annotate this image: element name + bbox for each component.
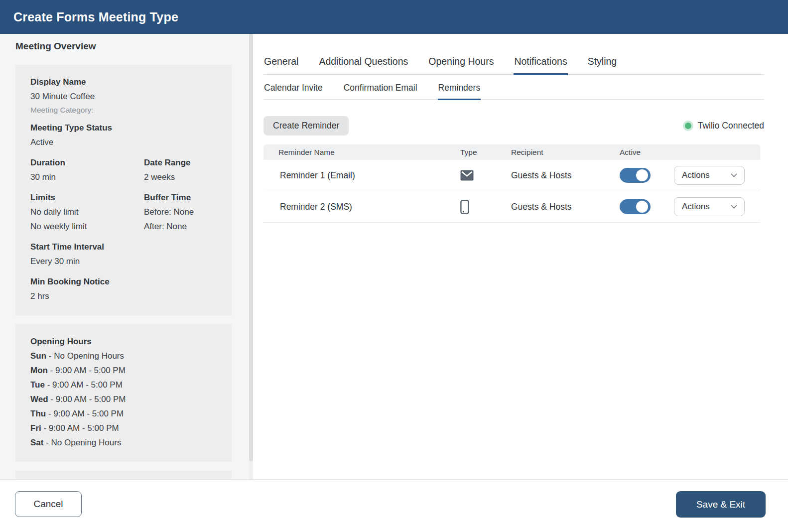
meeting-category-label: Meeting Category:	[30, 104, 218, 117]
tab-general[interactable]: General	[263, 56, 299, 74]
main-content: General Additional Questions Opening Hou…	[249, 34, 788, 479]
col-recipient: Recipient	[511, 148, 620, 157]
twilio-connected-dot-icon	[685, 123, 691, 129]
actions-dropdown[interactable]: Actions	[674, 197, 745, 216]
overview-card: Display Name 30 Minute Coffee Meeting Ca…	[15, 65, 232, 315]
twilio-status: Twilio Connected	[685, 121, 764, 131]
tab-opening-hours[interactable]: Opening Hours	[428, 56, 494, 74]
col-type: Type	[460, 148, 511, 157]
min-booking-notice-value: 2 hrs	[30, 289, 218, 303]
date-range-value: 2 weeks	[144, 170, 218, 184]
create-reminder-button[interactable]: Create Reminder	[263, 116, 349, 135]
opening-hours-sat: Sat - No Opening Hours	[30, 435, 218, 450]
notifications-subtab-bar: Calendar Invite Confirmation Email Remin…	[263, 83, 764, 100]
limits-label: Limits	[30, 190, 144, 205]
toggle-knob	[636, 201, 648, 213]
twilio-status-label: Twilio Connected	[698, 121, 764, 131]
page-title: Create Forms Meeting Type	[13, 10, 178, 24]
meeting-overview-sidebar: Meeting Overview Display Name 30 Minute …	[0, 34, 249, 479]
opening-hours-sun: Sun - No Opening Hours	[30, 349, 218, 363]
opening-hours-tue: Tue - 9:00 AM - 5:00 PM	[30, 378, 218, 392]
status-label: Meeting Type Status	[30, 121, 218, 135]
modal-header: Create Forms Meeting Type	[0, 0, 788, 34]
col-active: Active	[620, 148, 674, 157]
opening-hours-thu: Thu - 9:00 AM - 5:00 PM	[30, 406, 218, 421]
duration-label: Duration	[30, 155, 144, 170]
opening-hours-title: Opening Hours	[30, 334, 218, 349]
subtab-reminders[interactable]: Reminders	[438, 83, 481, 100]
modal-footer: Cancel Save & Exit	[0, 479, 788, 532]
sidebar-scrollbar	[249, 34, 253, 479]
chevron-down-icon	[731, 205, 737, 209]
tab-additional-questions[interactable]: Additional Questions	[318, 56, 408, 74]
active-toggle[interactable]	[620, 168, 651, 183]
display-name-value: 30 Minute Coffee	[30, 89, 218, 104]
subtab-calendar-invite[interactable]: Calendar Invite	[263, 83, 323, 99]
start-time-interval-label: Start Time Interval	[30, 240, 218, 254]
min-booking-notice-label: Min Booking Notice	[30, 274, 218, 289]
toggle-knob	[636, 169, 648, 181]
buffer-after: After: None	[144, 219, 218, 234]
table-row: Reminder 2 (SMS) Guests & Hosts Actions	[263, 191, 760, 223]
buffer-before: Before: None	[144, 205, 218, 219]
active-toggle[interactable]	[620, 199, 651, 214]
tab-styling[interactable]: Styling	[587, 56, 618, 74]
start-time-interval-value: Every 30 min	[30, 254, 218, 268]
buffer-time-label: Buffer Time	[144, 190, 218, 205]
col-reminder-name: Reminder Name	[263, 148, 460, 157]
chevron-down-icon	[731, 173, 737, 177]
sidebar-scrollbar-thumb[interactable]	[249, 34, 253, 461]
actions-dropdown[interactable]: Actions	[674, 166, 745, 185]
status-value: Active	[30, 135, 218, 149]
partially-visible-card	[15, 471, 232, 479]
display-name-label: Display Name	[30, 75, 218, 89]
limits-weekly: No weekly limit	[30, 219, 144, 234]
reminder-recipient: Guests & Hosts	[511, 202, 620, 212]
main-tab-bar: General Additional Questions Opening Hou…	[263, 56, 764, 75]
table-header-row: Reminder Name Type Recipient Active	[263, 144, 760, 160]
duration-value: 30 min	[30, 170, 144, 184]
opening-hours-card: Opening Hours Sun - No Opening Hours Mon…	[15, 324, 232, 462]
opening-hours-wed: Wed - 9:00 AM - 5:00 PM	[30, 392, 218, 406]
smartphone-icon	[460, 200, 511, 214]
subtab-confirmation-email[interactable]: Confirmation Email	[343, 83, 418, 99]
opening-hours-mon: Mon - 9:00 AM - 5:00 PM	[30, 363, 218, 378]
reminder-recipient: Guests & Hosts	[511, 170, 620, 181]
limits-daily: No daily limit	[30, 205, 144, 219]
reminders-table: Reminder Name Type Recipient Active Remi…	[263, 144, 760, 223]
table-row: Reminder 1 (Email) Guests & Hosts Action…	[263, 160, 760, 191]
mail-icon	[460, 170, 511, 181]
sidebar-title: Meeting Overview	[15, 41, 249, 52]
date-range-label: Date Range	[144, 155, 218, 170]
reminder-name: Reminder 1 (Email)	[263, 170, 460, 181]
reminder-name: Reminder 2 (SMS)	[263, 202, 460, 212]
save-and-exit-button[interactable]: Save & Exit	[676, 491, 766, 518]
tab-notifications[interactable]: Notifications	[514, 56, 567, 75]
cancel-button[interactable]: Cancel	[15, 491, 82, 517]
opening-hours-fri: Fri - 9:00 AM - 5:00 PM	[30, 421, 218, 435]
